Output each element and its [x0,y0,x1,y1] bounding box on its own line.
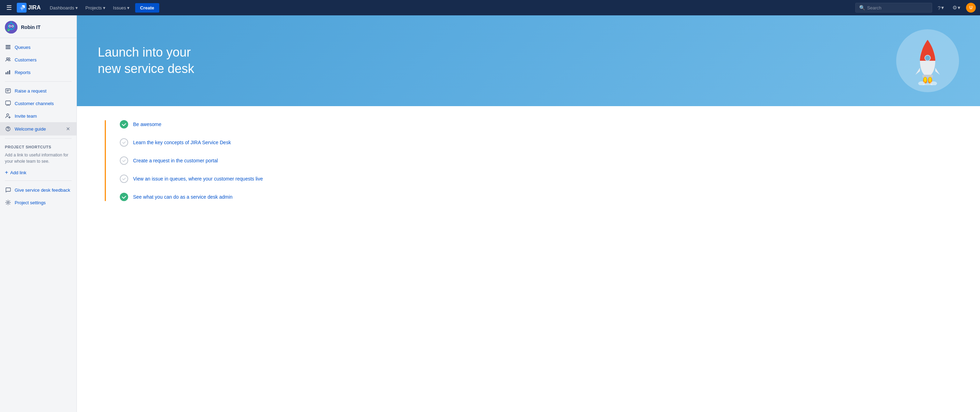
sidebar-item-project-settings[interactable]: Project settings [0,196,76,209]
projects-menu[interactable]: Projects ▾ [82,3,109,13]
feedback-icon [5,187,11,193]
customers-label: Customers [15,57,37,62]
settings-button[interactable]: ⚙ ▾ [950,3,963,13]
chevron-down-icon: ▾ [103,5,105,11]
queues-icon [5,44,11,50]
search-input[interactable] [867,5,928,11]
project-header: ✓ Robin IT [0,15,76,38]
shortcuts-title: PROJECT SHORTCUTS [0,142,76,151]
project-name: Robin IT [21,24,40,30]
check-pending-icon-1 [120,138,128,146]
check-completed-icon-4 [120,193,128,201]
help-button[interactable]: ? ▾ [935,3,947,13]
sidebar-item-customers[interactable]: Customers [0,53,76,66]
main-content: Launch into your new service desk [77,15,980,412]
invite-team-label: Invite team [15,113,37,119]
svg-rect-22 [6,101,11,105]
search-bar[interactable]: 🔍 [855,3,932,13]
gear-icon: ⚙ [952,5,957,11]
project-settings-label: Project settings [15,200,46,205]
sidebar-item-raise-request[interactable]: Raise a request [0,84,76,97]
customer-channels-label: Customer channels [15,101,54,106]
queues-label: Queues [15,45,31,50]
create-button[interactable]: Create [135,3,159,13]
svg-point-7 [12,26,13,27]
svg-rect-13 [6,45,11,46]
chevron-down-icon: ▾ [75,5,78,11]
user-avatar[interactable]: U [966,3,976,13]
svg-rect-20 [9,70,10,74]
hero-banner: Launch into your new service desk [77,15,980,106]
reports-label: Reports [15,70,31,75]
invite-team-icon [5,113,11,119]
plus-icon: + [5,169,8,176]
rocket-illustration [908,36,947,85]
svg-text:✓: ✓ [8,29,10,32]
close-icon[interactable]: ✕ [65,125,72,132]
svg-point-23 [6,114,9,116]
dashboards-menu[interactable]: Dashboards ▾ [46,3,81,13]
checklist-item-1: Learn the key concepts of JIRA Service D… [120,138,952,146]
svg-point-27 [8,130,8,130]
svg-rect-8 [10,28,12,29]
svg-rect-21 [6,89,11,93]
checklist-item-3: View an issue in queues, where your cust… [120,175,952,183]
chevron-down-icon: ▾ [127,5,130,11]
checklist-item-0: Be awesome [120,120,952,129]
svg-point-28 [7,202,9,204]
sidebar-item-queues[interactable]: Queues [0,41,76,53]
hero-rocket-area [896,29,959,92]
sidebar: ✓ Robin IT Queues [0,15,77,412]
check-pending-icon-2 [120,156,128,165]
check-completed-icon [120,120,128,129]
checklist-items: Be awesome Learn the key concepts of JIR… [120,120,952,201]
hamburger-menu[interactable]: ☰ [4,2,14,13]
shortcuts-desc: Add a link to useful information for you… [0,151,76,167]
checklist-item-text-3[interactable]: View an issue in queues, where your cust… [133,176,263,181]
svg-rect-32 [923,75,933,78]
svg-point-35 [924,77,927,82]
add-link-button[interactable]: + Add link [0,167,76,178]
sidebar-item-welcome-guide[interactable]: Welcome guide ✕ [0,122,76,135]
sidebar-item-feedback[interactable]: Give service desk feedback [0,184,76,196]
svg-point-36 [929,77,931,82]
topnav: ☰ JIRA Dashboards ▾ [0,0,980,15]
search-icon: 🔍 [859,5,865,11]
hero-text: Launch into your new service desk [98,45,194,77]
checklist-item-2: Create a request in the customer portal [120,156,952,165]
checklist-item-text-2[interactable]: Create a request in the customer portal [133,158,218,164]
svg-point-16 [6,58,8,60]
checklist-item-text-1[interactable]: Learn the key concepts of JIRA Service D… [133,140,231,145]
sidebar-item-reports[interactable]: Reports [0,66,76,79]
svg-point-31 [925,56,930,60]
svg-rect-14 [6,47,11,48]
reports-icon [5,69,11,75]
svg-point-10 [11,22,12,23]
rocket-circle [896,29,959,92]
project-avatar: ✓ [5,21,18,33]
checklist-item-4: See what you can do as a service desk ad… [120,193,952,201]
svg-rect-19 [7,71,8,74]
jira-logo[interactable]: JIRA [17,3,40,13]
svg-rect-18 [6,72,6,74]
customer-channels-icon [5,100,11,107]
sidebar-item-invite-team[interactable]: Invite team [0,110,76,122]
topnav-links: Dashboards ▾ Projects ▾ Issues ▾ Create [46,3,159,13]
sidebar-divider-2 [5,138,72,138]
svg-point-6 [10,26,11,27]
svg-point-17 [8,58,10,60]
chevron-down-icon: ▾ [941,5,944,11]
sidebar-nav: Queues Customers [0,38,76,212]
checklist-item-text-4[interactable]: See what you can do as a service desk ad… [133,194,232,200]
sidebar-item-customer-channels[interactable]: Customer channels [0,97,76,110]
raise-request-icon [5,87,11,94]
chevron-down-icon: ▾ [958,5,961,11]
checklist-item-text-0[interactable]: Be awesome [133,121,161,127]
svg-rect-15 [6,48,11,49]
customers-icon [5,57,11,63]
hero-title: Launch into your new service desk [98,45,194,77]
check-pending-icon-3 [120,175,128,183]
issues-menu[interactable]: Issues ▾ [110,3,134,13]
question-icon: ? [938,5,940,11]
checklist-divider [105,120,106,201]
